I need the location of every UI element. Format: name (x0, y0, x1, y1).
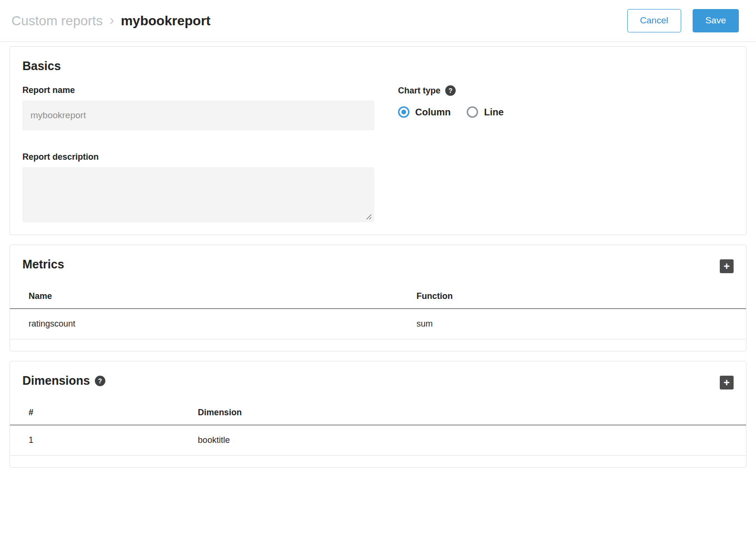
report-name-label: Report name (22, 85, 374, 95)
basics-title: Basics (22, 59, 734, 73)
breadcrumb: Custom reports › mybookreport (11, 13, 211, 29)
metric-function-cell: sum (398, 309, 746, 339)
add-dimension-button[interactable]: + (720, 376, 734, 390)
dimensions-title: Dimensions (22, 374, 90, 388)
top-bar: Custom reports › mybookreport Cancel Sav… (0, 0, 756, 42)
help-icon[interactable]: ? (445, 85, 456, 96)
basics-card: Basics Report name Report description (10, 46, 746, 235)
cancel-button[interactable]: Cancel (627, 9, 681, 32)
dimension-number-cell: 1 (10, 425, 179, 456)
save-button[interactable]: Save (693, 9, 739, 32)
help-icon[interactable]: ? (95, 376, 105, 386)
basics-left-column: Report name Report description (22, 85, 374, 222)
report-description-label: Report description (22, 152, 374, 162)
header-actions: Cancel Save (627, 9, 739, 32)
metrics-card: Metrics + Name Function ratingscount sum (10, 245, 746, 351)
chart-type-option-line[interactable]: Line (467, 106, 503, 118)
metric-name-cell: ratingscount (10, 309, 398, 339)
metrics-table: Name Function ratingscount sum (10, 285, 746, 339)
dimensions-col-number: # (10, 401, 179, 425)
breadcrumb-current: mybookreport (121, 13, 210, 29)
dimensions-card: Dimensions ? + # Dimension 1 booktitle (10, 361, 746, 468)
basics-right-column: Chart type ? Column Line (374, 85, 734, 222)
dimensions-table: # Dimension 1 booktitle (10, 401, 746, 456)
metrics-col-function: Function (398, 285, 746, 309)
report-description-textarea[interactable] (22, 167, 374, 222)
breadcrumb-parent-link[interactable]: Custom reports (11, 13, 102, 29)
chart-type-label: Chart type (398, 86, 440, 96)
metrics-header-row: Name Function (10, 285, 746, 309)
dimension-name-cell: booktitle (179, 425, 746, 456)
radio-label-column: Column (415, 107, 450, 118)
report-name-input[interactable] (22, 101, 374, 130)
chart-type-option-column[interactable]: Column (398, 106, 450, 118)
page-content: Basics Report name Report description (0, 42, 756, 484)
chart-type-radio-group: Column Line (398, 106, 734, 118)
metrics-col-name: Name (10, 285, 398, 309)
radio-label-line: Line (484, 107, 503, 118)
dimensions-header-row: # Dimension (10, 401, 746, 425)
metrics-title: Metrics (22, 257, 64, 271)
add-metric-button[interactable]: + (720, 259, 734, 273)
radio-selected-icon[interactable] (398, 106, 409, 118)
resize-handle-icon[interactable] (365, 213, 372, 220)
dimensions-col-dimension: Dimension (179, 401, 746, 425)
table-row[interactable]: 1 booktitle (10, 425, 746, 456)
radio-unselected-icon[interactable] (467, 106, 478, 118)
table-row[interactable]: ratingscount sum (10, 309, 746, 339)
chevron-right-icon: › (109, 13, 114, 29)
